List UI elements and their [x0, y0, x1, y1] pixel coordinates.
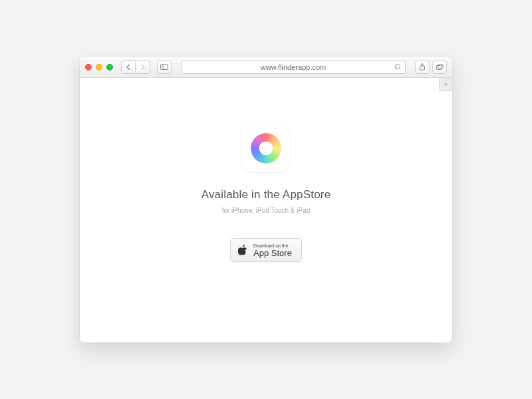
close-window-button[interactable] — [85, 64, 92, 70]
url-text: www.flinderapp.com — [261, 63, 326, 71]
nav-buttons — [121, 61, 150, 74]
appstore-big-text: App Store — [253, 249, 292, 257]
sidebar-toggle-button[interactable] — [157, 61, 172, 74]
share-icon — [419, 63, 426, 70]
window-controls — [85, 64, 113, 70]
appstore-text: Download on the App Store — [253, 243, 292, 257]
svg-rect-5 — [438, 65, 443, 68]
app-icon — [242, 124, 290, 172]
headline-text: Available in the AppStore — [201, 188, 331, 201]
toolbar-right — [415, 61, 447, 74]
forward-button[interactable] — [136, 61, 150, 74]
new-tab-button[interactable]: + — [439, 78, 452, 91]
subline-text: for iPhone, iPod Touch & iPad — [222, 207, 311, 214]
chevron-left-icon — [126, 65, 130, 70]
reload-icon — [394, 64, 401, 70]
sidebar-icon — [160, 64, 168, 70]
back-button[interactable] — [121, 61, 136, 74]
plus-icon: + — [444, 80, 448, 89]
color-ring-icon — [251, 133, 281, 164]
reload-button[interactable] — [394, 64, 401, 70]
minimize-window-button[interactable] — [96, 64, 102, 70]
chevron-right-icon — [141, 65, 145, 70]
browser-window: www.flinderapp.com — [80, 57, 452, 342]
svg-rect-4 — [436, 66, 441, 70]
tabs-button[interactable] — [432, 61, 447, 74]
appstore-small-text: Download on the — [253, 243, 292, 248]
tabs-icon — [436, 64, 444, 70]
svg-rect-0 — [161, 65, 168, 70]
apple-logo-icon — [237, 245, 248, 255]
zoom-window-button[interactable] — [106, 64, 113, 70]
page-content: Available in the AppStore for iPhone, iP… — [80, 78, 452, 342]
address-bar[interactable]: www.flinderapp.com — [181, 61, 406, 74]
browser-toolbar: www.flinderapp.com — [80, 57, 452, 78]
appstore-download-button[interactable]: Download on the App Store — [230, 238, 302, 262]
share-button[interactable] — [415, 61, 430, 74]
